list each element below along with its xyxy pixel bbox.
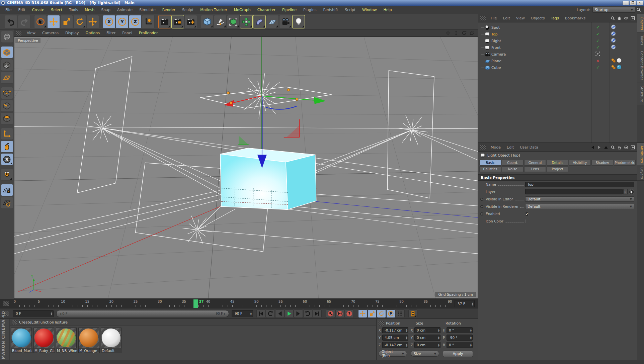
menu-window[interactable]: Window [359,8,380,12]
tab-noise[interactable]: Noise [502,166,524,172]
material-thumbnail[interactable] [33,328,54,348]
minimize-button[interactable]: _ [623,1,629,5]
lock-z-axis-button[interactable]: Z [129,15,142,28]
add-cube-button[interactable] [201,15,214,28]
target-tag-icon[interactable] [611,38,617,44]
position-x-input[interactable]: -0.117 cm▲▼ [382,327,408,333]
object-row-camera[interactable]: Camera [478,51,637,58]
target-tag-icon[interactable] [611,31,617,37]
redo-button[interactable] [18,15,30,28]
object-menu-edit[interactable]: Edit [500,16,513,20]
timeline-ruler[interactable]: 0510152025303540455055606570758085903737… [0,299,478,308]
preview-range-slider[interactable]: ◂ 0 F90 F ▸ [56,310,229,317]
viewport-toggle-icon[interactable] [469,30,475,36]
phong-tag-icon[interactable] [611,58,617,64]
menu-tools[interactable]: Tools [66,8,81,12]
enable-state-icon[interactable]: ✓ [595,65,600,70]
tab-basic[interactable]: Basic [479,160,501,166]
material-blood_marb[interactable]: Blood_Marb [11,328,32,353]
menu-character[interactable]: Character [254,8,279,12]
enable-axis-button[interactable] [1,128,13,140]
lock-y-axis-button[interactable]: Y [116,15,129,28]
menu-help[interactable]: Help [380,8,395,12]
workplane-mode-button[interactable] [1,72,13,84]
workplane-lock-button[interactable] [1,184,13,196]
material-thumbnail[interactable] [56,328,77,348]
search-icon[interactable] [610,15,616,21]
material-menu-edit[interactable]: Edit [31,320,38,325]
tab-general[interactable]: General [524,160,546,166]
points-mode-button[interactable] [1,87,13,99]
object-row-top[interactable]: Top✓ [478,31,637,37]
snap-sphere-button[interactable]: S [1,153,13,165]
mograph-cloner-button[interactable] [240,15,253,28]
material-default[interactable]: Default [101,328,122,353]
menu-create[interactable]: Create [29,8,48,12]
current-frame-spinner[interactable]: 37 F▲▼ [455,300,475,307]
layer-menu-button[interactable]: ▸ [623,189,628,194]
object-row-spot[interactable]: Spot✓ [478,24,637,31]
keyframe-circle-icon[interactable] [480,205,483,208]
object-manager-tab-structure[interactable]: Structure [637,83,644,105]
attribute-manager-tab-layers[interactable]: Layers [637,165,644,181]
enabled-checkbox[interactable]: ✔ [525,212,529,216]
drag-handle[interactable] [12,320,17,325]
icon-color-checkbox[interactable] [525,219,526,223]
drag-handle[interactable] [16,31,21,35]
position-y-input[interactable]: 4.05 cm▲▼ [382,335,408,341]
target-icon[interactable] [623,145,629,150]
enable-state-icon[interactable]: ✓ [595,38,600,43]
home-icon[interactable] [616,15,622,21]
subdivision-surface-button[interactable] [227,15,240,28]
menu-redshift[interactable]: Redshift [320,8,341,12]
tab-details[interactable]: Details [547,160,568,166]
tab-project[interactable]: Project [547,166,568,172]
add-icon[interactable] [630,145,636,150]
history-forward-icon[interactable] [596,145,602,150]
drag-handle[interactable] [480,145,486,150]
play-button[interactable] [285,309,294,318]
object-manager-tab-takes[interactable]: Takes [637,33,644,48]
close-button[interactable]: ✕ [637,1,643,5]
drag-handle[interactable] [480,16,486,20]
edges-mode-button[interactable] [1,100,13,112]
rotation-p-input[interactable]: -90 °▲▼ [447,335,473,341]
keyframe-pla-toggle[interactable] [396,309,405,318]
play-backwards-button[interactable] [266,309,275,318]
enable-state-icon[interactable]: ✓ [595,45,600,50]
search-icon[interactable] [610,145,616,150]
menu-simulate[interactable]: Simulate [136,8,159,12]
material-thumbnail[interactable] [101,328,122,348]
object-menu-tags[interactable]: Tags [548,16,562,20]
material-m_ruby_gla[interactable]: M_Ruby_Gla [33,328,55,353]
undo-button[interactable] [5,15,17,28]
viewport-zoom-icon[interactable] [453,30,459,36]
floor-button[interactable] [266,15,279,28]
object-row-right[interactable]: Right✓ [478,37,637,44]
viewport-interaction-button[interactable] [1,141,13,153]
enable-state-icon[interactable]: ✓ [595,25,600,30]
attribute-menu-user-data[interactable]: User Data [517,145,541,150]
attribute-menu-mode[interactable]: Mode [488,145,504,150]
tab-lens[interactable]: Lens [524,166,546,172]
visible-editor-select[interactable]: Default▼ [525,196,634,202]
rotate-tool-button[interactable] [73,15,86,28]
texture-mode-button[interactable] [1,59,13,71]
keyframe-circle-icon[interactable] [480,198,483,201]
keyframe-parameter-toggle[interactable]: P [386,309,395,318]
lock-x-axis-button[interactable]: X [103,15,115,28]
object-menu-bookmarks[interactable]: Bookmarks [562,16,588,20]
menu-render[interactable]: Render [159,8,179,12]
render-settings-button[interactable] [184,15,197,28]
object-manager-tab-objects[interactable]: Objects [637,14,644,33]
object-row-cube[interactable]: Cube✓ [478,64,637,71]
make-editable-button[interactable] [1,31,13,43]
go-to-start-button[interactable] [256,309,265,318]
keyframe-selection-button[interactable] [408,309,417,318]
camera-button[interactable] [279,15,292,28]
material-thumbnail[interactable] [11,328,32,348]
current-frame-marker[interactable] [193,299,198,308]
size-z-input[interactable]: 0 cm▲▼ [414,342,440,348]
deformer-button[interactable] [253,15,266,28]
coordinate-mode-select[interactable]: Object (Rel)▼ [379,351,407,357]
